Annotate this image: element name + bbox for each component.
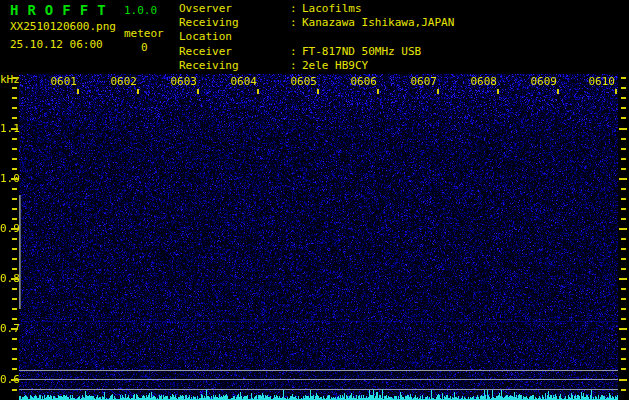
y-tick-right — [621, 348, 626, 350]
y-tick-right — [621, 298, 626, 300]
y-tick-right — [621, 138, 626, 140]
x-tick — [257, 89, 259, 94]
x-axis-label: 0608 — [469, 76, 497, 88]
x-axis-label: 0607 — [409, 76, 437, 88]
y-tick-left — [12, 188, 17, 190]
y-tick-right — [621, 117, 626, 119]
info-value: Lacofilms — [302, 2, 362, 16]
y-tick-right — [621, 238, 626, 240]
y-tick-right — [621, 168, 626, 170]
app-version: 1.0.0 — [124, 4, 157, 17]
y-tick-left — [12, 87, 17, 89]
y-tick-right — [621, 288, 626, 290]
y-tick-right — [621, 338, 626, 340]
x-tick — [497, 89, 499, 94]
y-tick-left — [12, 97, 17, 99]
y-tick-left — [12, 168, 17, 170]
y-tick-left — [12, 158, 17, 160]
y-tick-right — [621, 107, 626, 109]
hrofft-window: HROFFT 1.0.0 XX2510120600.png meteor 25.… — [0, 0, 629, 400]
info-label: Ovserver — [179, 2, 290, 16]
x-axis-label: 0610 — [587, 76, 615, 88]
y-tick-left — [11, 278, 18, 280]
info-row-location: Receiving Location:Kanazawa Ishikawa,JAP… — [179, 16, 454, 44]
y-tick-left — [12, 218, 17, 220]
y-tick-left — [12, 368, 17, 370]
y-tick-right — [621, 97, 626, 99]
y-tick-left — [11, 128, 18, 130]
info-row-receiver: Receiver:FT-817ND 50MHz USB — [179, 45, 454, 59]
y-tick-left — [12, 198, 17, 200]
y-tick-right — [621, 318, 626, 320]
y-tick-right — [621, 308, 626, 310]
y-tick-left — [11, 328, 18, 330]
y-tick-right — [619, 278, 627, 280]
info-label: Receiving Location — [179, 16, 290, 44]
y-tick-left — [12, 258, 17, 260]
x-tick — [317, 89, 319, 94]
y-tick-left — [12, 138, 17, 140]
y-tick-right — [621, 218, 626, 220]
observation-datetime: 25.10.12 06:00 — [10, 38, 103, 51]
y-tick-right — [619, 128, 627, 130]
info-value: FT-817ND 50MHz USB — [302, 45, 421, 59]
y-tick-left — [11, 379, 18, 381]
spectrogram-canvas — [19, 74, 618, 400]
x-axis-label: 0609 — [529, 76, 557, 88]
info-separator: : — [290, 45, 302, 59]
y-tick-left — [12, 288, 17, 290]
y-tick-left — [12, 358, 17, 360]
y-tick-right — [621, 258, 626, 260]
y-tick-left — [12, 238, 17, 240]
y-tick-right — [619, 178, 627, 180]
y-tick-left — [12, 298, 17, 300]
y-tick-right — [621, 368, 626, 370]
mode-label: meteor — [124, 27, 164, 40]
app-title: HROFFT — [10, 2, 115, 18]
y-tick-left — [12, 348, 17, 350]
x-axis-label: 0604 — [229, 76, 257, 88]
x-tick — [437, 89, 439, 94]
y-tick-right — [619, 228, 627, 230]
y-tick-left — [12, 308, 17, 310]
x-tick — [137, 89, 139, 94]
info-label: Receiver — [179, 45, 290, 59]
y-tick-left — [11, 178, 18, 180]
y-tick-left — [12, 77, 17, 79]
y-tick-left — [12, 318, 17, 320]
y-tick-right — [621, 148, 626, 150]
x-axis-label: 0603 — [169, 76, 197, 88]
x-tick — [615, 89, 617, 94]
y-tick-right — [621, 87, 626, 89]
y-tick-right — [621, 208, 626, 210]
y-tick-left — [12, 389, 17, 391]
y-tick-left — [12, 107, 17, 109]
y-tick-right — [621, 77, 626, 79]
y-tick-right — [619, 379, 627, 381]
y-tick-left — [12, 268, 17, 270]
output-filename: XX2510120600.png — [10, 20, 116, 33]
y-tick-left — [12, 208, 17, 210]
x-tick — [77, 89, 79, 94]
info-row-observer: Ovserver:Lacofilms — [179, 2, 454, 16]
y-tick-right — [621, 188, 626, 190]
info-value: Kanazawa Ishikawa,JAPAN — [302, 16, 454, 44]
x-axis-label: 0601 — [49, 76, 77, 88]
x-tick — [197, 89, 199, 94]
x-axis-label: 0606 — [349, 76, 377, 88]
x-tick — [377, 89, 379, 94]
y-axis-unit-label: kHz — [0, 73, 20, 86]
y-tick-right — [621, 389, 626, 391]
y-tick-left — [12, 148, 17, 150]
y-tick-right — [621, 268, 626, 270]
y-tick-left — [11, 228, 18, 230]
y-tick-right — [621, 248, 626, 250]
x-axis-label: 0602 — [109, 76, 137, 88]
y-tick-right — [621, 198, 626, 200]
x-tick — [557, 89, 559, 94]
y-tick-right — [621, 358, 626, 360]
info-separator: : — [290, 2, 302, 16]
y-tick-right — [619, 328, 627, 330]
y-tick-left — [12, 338, 17, 340]
y-tick-left — [12, 248, 17, 250]
